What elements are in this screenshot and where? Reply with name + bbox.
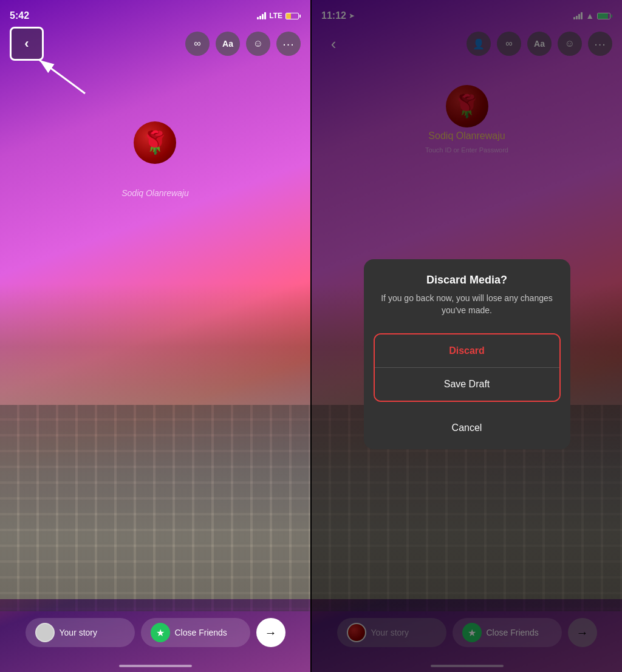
dialog-header: Discard Media? If you go back now, you w…	[364, 259, 570, 324]
rose-icon: 🌹	[134, 121, 176, 164]
phone1-back-button[interactable]: ‹	[10, 27, 44, 61]
phone1-status-icons: LTE	[257, 12, 301, 20]
phone1-more-btn[interactable]: ···	[276, 32, 301, 56]
infinity-icon: ∞	[194, 38, 200, 49]
back-chevron-icon: ‹	[24, 36, 29, 52]
more-icon: ···	[282, 37, 295, 51]
text-tool-icon: Aa	[222, 39, 233, 49]
phone1-lte: LTE	[269, 12, 282, 20]
phone1-infinity-btn[interactable]: ∞	[185, 32, 210, 56]
discard-button[interactable]: Discard	[375, 334, 559, 368]
phone1-text-btn[interactable]: Aa	[216, 32, 240, 56]
phone1-story-avatar	[35, 623, 55, 642]
phone1-sticker-btn[interactable]: ☺	[246, 32, 270, 56]
phone1-close-friends-label: Close Friends	[175, 628, 227, 637]
phone1-nav-bar: ‹ ∞ Aa ☺ ···	[0, 27, 310, 61]
save-draft-button[interactable]: Save Draft	[375, 368, 559, 401]
discard-dialog-overlay: Discard Media? If you go back now, you w…	[312, 0, 622, 672]
phone1-user-text: Sodiq Olanrewaju	[121, 188, 189, 198]
dialog-title: Discard Media?	[376, 274, 558, 287]
phone1-send-btn[interactable]: →	[256, 618, 285, 647]
dialog-message: If you go back now, you will lose any ch…	[376, 293, 558, 316]
phone1-bottom-bar: Your story ★ Close Friends →	[0, 611, 310, 654]
story-avatar-img	[36, 624, 53, 641]
phone1-time: 5:42	[10, 10, 29, 21]
phone1-star-icon: ★	[151, 623, 170, 642]
phone1-signal	[257, 12, 266, 19]
phone1-keyboard	[0, 405, 310, 611]
phone1-home-indicator	[119, 665, 192, 667]
phone-2: 🌹 Sodiq Olanrewaju Touch ID or Enter Pas…	[312, 0, 622, 672]
sticker-icon: ☺	[253, 38, 263, 49]
phone1-close-friends-btn[interactable]: ★ Close Friends	[141, 618, 250, 647]
phone1-nav-right: ∞ Aa ☺ ···	[185, 32, 301, 56]
cancel-button[interactable]: Cancel	[364, 412, 570, 444]
phone1-your-story-btn[interactable]: Your story	[26, 618, 135, 647]
dialog-action-buttons: Discard Save Draft	[374, 333, 561, 402]
phone-1: 🌹 Sodiq Olanrewaju 5:42 LTE ‹	[0, 0, 310, 672]
discard-dialog: Discard Media? If you go back now, you w…	[364, 259, 570, 449]
phone1-status-bar: 5:42 LTE	[0, 0, 310, 27]
phone1-send-arrow-icon: →	[265, 626, 277, 640]
phone1-battery	[285, 13, 301, 19]
phone1-rose-sticker: 🌹	[134, 121, 176, 164]
phone1-story-label: Your story	[60, 628, 98, 637]
